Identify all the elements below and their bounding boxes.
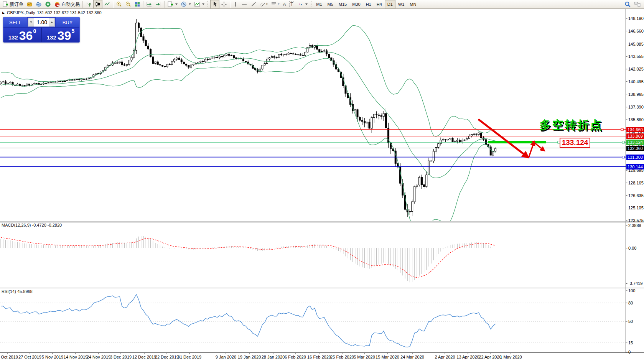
timeframe-group: M1M5M15M30H1H4D1W1MN — [313, 0, 419, 9]
horizontal-line-tool-button[interactable] — [240, 0, 249, 9]
volume-input[interactable]: 1.00 — [34, 18, 49, 26]
candlestick-chart-button[interactable] — [93, 0, 102, 9]
auto-scroll-icon — [146, 1, 152, 7]
buy-price-display[interactable]: 132 39 5 — [42, 28, 79, 42]
trendline-tool-button[interactable] — [249, 0, 258, 9]
price-tick-label: 123.575 — [628, 218, 644, 223]
timeframe-button-M1[interactable]: M1 — [313, 0, 324, 9]
text-tool-letter: A — [283, 2, 286, 7]
date-label: 12 Dec 2019 — [132, 355, 156, 359]
price-tick-label: 143.555 — [628, 54, 644, 59]
search-button[interactable] — [623, 0, 632, 9]
macd-label: MACD(12,26,9) — [2, 223, 31, 227]
volume-increase-button[interactable] — [49, 18, 55, 26]
date-label: 24 Mar 2020 — [400, 355, 424, 359]
bar-chart-button[interactable] — [84, 0, 93, 9]
red-arrow[interactable] — [478, 119, 527, 157]
vertical-line-icon — [233, 1, 238, 7]
toolbar-separator — [113, 1, 113, 8]
toolbar-grip[interactable] — [207, 1, 209, 7]
date-label: 31 Dec 2019 — [178, 355, 201, 359]
date-label: 25 Feb 2020 — [330, 355, 354, 359]
timeframe-button-H1[interactable]: H1 — [363, 0, 374, 9]
date-label: 19 Jan 2020 — [238, 355, 261, 359]
auto-scroll-button[interactable] — [145, 0, 154, 9]
sell-button-label: SELL — [9, 20, 21, 25]
timeframe-button-M30[interactable]: M30 — [349, 0, 363, 9]
zoom-out-button[interactable] — [124, 0, 133, 9]
fibonacci-tool-button[interactable]: F — [270, 0, 281, 9]
sell-price-display[interactable]: 132 36 0 — [3, 28, 42, 42]
chart-shift-button[interactable] — [154, 0, 163, 9]
price-level-label: 134.660 — [626, 127, 644, 132]
navigator-icon — [36, 1, 42, 7]
terminal-button[interactable] — [43, 0, 53, 9]
line-handle[interactable] — [621, 128, 623, 131]
price-tick-label: 128.165 — [628, 181, 644, 185]
date-label: 22 Dec 2019 — [155, 355, 179, 359]
label-tool-button[interactable]: T — [288, 0, 296, 9]
timeframe-button-H4[interactable]: H4 — [374, 0, 385, 9]
new-template-button[interactable] — [166, 0, 179, 9]
buy-button[interactable]: BUY — [56, 17, 79, 27]
period-button[interactable] — [179, 0, 193, 9]
toolbar-grip[interactable] — [310, 1, 312, 7]
price-chart-svg — [0, 0, 644, 362]
vertical-line-tool-button[interactable] — [231, 0, 240, 9]
timeframe-button-W1[interactable]: W1 — [395, 0, 407, 9]
cursor-tool-button[interactable] — [210, 0, 219, 9]
timeframe-button-MN[interactable]: MN — [407, 0, 419, 9]
new-order-label: 新订单 — [10, 1, 23, 8]
fibonacci-icon — [271, 1, 277, 7]
turning-point-annotation[interactable]: 多空转折点 — [539, 117, 603, 133]
symbol-period-label: GBPJPY-,Daily — [7, 10, 35, 15]
zoom-in-icon — [116, 1, 122, 7]
line-handle[interactable] — [622, 141, 624, 143]
date-label: 5 Mar 2020 — [354, 355, 375, 359]
timeframe-button-D1[interactable]: D1 — [385, 0, 395, 9]
new-order-button[interactable]: 新订单 — [1, 0, 25, 9]
zoom-in-button[interactable] — [114, 0, 124, 9]
tile-windows-button[interactable] — [133, 0, 142, 9]
channel-letter: E — [266, 3, 268, 6]
ohlc-readout: 131.602 132.672 131.542 132.360 — [37, 10, 101, 15]
volume-decrease-button[interactable] — [28, 18, 34, 26]
price-callout-box[interactable]: 133.124 — [560, 138, 590, 148]
text-tool-button[interactable]: A — [281, 0, 288, 9]
crosshair-tool-button[interactable] — [219, 0, 229, 9]
horizontal-line-icon — [241, 1, 247, 7]
navigator-button[interactable] — [34, 0, 43, 9]
chat-icon — [634, 1, 642, 7]
price-tick-label: 148.190 — [628, 16, 644, 21]
timeframe-button-M15[interactable]: M15 — [336, 0, 349, 9]
sell-price-figure: 132 — [8, 34, 18, 41]
toolbar-separator — [230, 1, 230, 8]
sell-price-point: 0 — [33, 28, 36, 34]
red-arrow[interactable] — [529, 142, 534, 157]
sell-button[interactable]: SELL — [3, 17, 27, 27]
line-handle[interactable] — [622, 156, 624, 158]
price-tick-label: 138.965 — [628, 92, 644, 97]
macd-scale-label: 0.00 — [628, 246, 636, 250]
arrows-tool-icon — [297, 1, 303, 7]
channel-tool-button[interactable]: E — [258, 0, 270, 9]
price-tick-label: 135.860 — [628, 117, 644, 122]
trendline-icon — [250, 1, 257, 7]
price-tick-label: 125.105 — [628, 206, 644, 210]
macd-signal-line — [1, 237, 496, 277]
arrows-tool-button[interactable] — [296, 0, 309, 9]
timeframe-button-M5[interactable]: M5 — [325, 0, 336, 9]
market-watch-button[interactable] — [25, 0, 34, 9]
toolbar-separator — [164, 1, 165, 8]
chat-button[interactable] — [632, 0, 643, 9]
autotrade-button[interactable]: 自动交易 — [53, 0, 81, 9]
price-tick-label: 145.085 — [628, 42, 644, 46]
bollinger-middle-band — [1, 52, 496, 178]
one-click-trading-panel: SELL 1.00 BUY 132 36 0 132 39 5 — [3, 17, 80, 43]
macd-scale-label: 2.3888 — [628, 223, 641, 228]
indicators-button[interactable] — [193, 0, 206, 9]
price-level-label: 132.360 — [626, 146, 644, 151]
line-chart-button[interactable] — [102, 0, 112, 9]
macd-indicator — [1, 236, 496, 282]
terminal-icon — [45, 1, 51, 7]
